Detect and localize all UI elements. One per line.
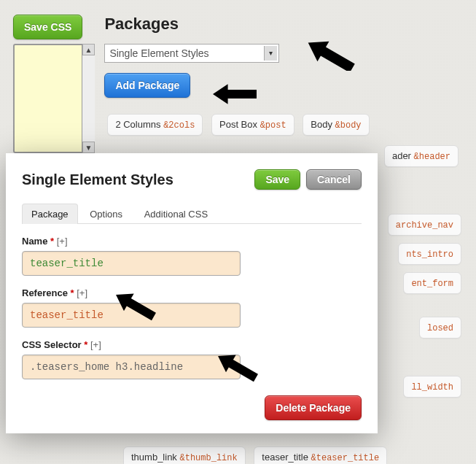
tag-label: 2 Columns [115,119,160,130]
chevron-down-icon: ▾ [264,46,277,61]
tag-closed[interactable]: losed [419,317,461,339]
tag-post-box[interactable]: Post Box &post [211,114,294,136]
css-editor-panel[interactable]: ▲ ▼ [13,44,95,153]
tag-ref: losed [427,323,453,333]
required-mark: * [71,287,74,298]
scroll-up-icon[interactable]: ▲ [82,44,95,55]
tag-ents-intro[interactable]: nts_intro [398,243,461,265]
package-tags-row: 2 Columns &2cols Post Box &post Body &bo… [104,111,463,139]
tag-label: teaser_title [262,452,308,463]
name-label: Name * [+] [22,236,362,247]
tab-additional-css[interactable]: Additional CSS [135,204,217,224]
tag-ref: &thumb_link [180,453,238,463]
scrollbar[interactable]: ▲ ▼ [82,44,95,153]
package-editor-dialog: Single Element Styles Save Cancel Packag… [6,153,378,433]
tag-body[interactable]: Body &body [303,114,369,136]
scroll-down-icon[interactable]: ▼ [82,142,95,153]
required-mark: * [84,339,87,350]
tag-ref: nts_intro [406,250,453,260]
tag-ref: ll_width [411,382,453,393]
tag-ref: &teaser_title [311,453,380,463]
tag-ref: &header [414,152,450,162]
tag-ref: ent_form [411,279,453,289]
tag-2-columns[interactable]: 2 Columns &2cols [107,114,203,136]
save-button[interactable]: Save [254,169,300,190]
label-text: CSS Selector [22,339,82,350]
page-title: Packages [104,15,463,34]
tag-ref: archive_nav [396,220,453,231]
tag-full-width[interactable]: ll_width [403,376,461,398]
label-text: Reference [22,287,68,298]
tag-ref: &body [335,120,362,131]
tag-ref: &2cols [163,120,195,131]
plus-icon[interactable]: [+] [57,236,68,247]
css-selector-field[interactable] [22,355,241,379]
css-selector-label: CSS Selector * [+] [22,339,362,350]
right-partial-tags: archive_nav nts_intro ent_form losed ll_… [388,210,461,401]
tag-teaser-title[interactable]: teaser_title &teaser_title [254,446,387,464]
tag-archive-nav[interactable]: archive_nav [388,214,461,236]
dialog-tabs: Package Options Additional CSS [22,203,362,224]
name-field[interactable] [22,251,241,276]
tag-label: Post Box [219,119,257,130]
cancel-button[interactable]: Cancel [306,169,362,190]
tag-label: Body [311,119,332,130]
tag-thumb-link[interactable]: thumb_link &thumb_link [123,446,246,464]
tab-package[interactable]: Package [22,204,78,224]
tag-header-partial[interactable]: ader &header [384,145,459,167]
label-text: Name [22,236,47,247]
reference-label: Reference * [+] [22,287,362,298]
tag-label: thumb_link [131,452,177,463]
reference-field[interactable] [22,303,241,328]
plus-icon[interactable]: [+] [90,339,101,350]
tag-ent-form[interactable]: ent_form [403,272,461,294]
tag-label: ader [392,150,411,161]
bottom-tags: thumb_link &thumb_link teaser_title &tea… [120,444,390,464]
tab-options[interactable]: Options [80,204,132,224]
plus-icon[interactable]: [+] [77,287,87,298]
tag-ref: &post [260,120,286,131]
dialog-title: Single Element Styles [22,171,254,188]
delete-package-button[interactable]: Delete Package [265,395,362,420]
required-mark: * [50,236,54,247]
save-css-button[interactable]: Save CSS [13,15,82,39]
package-type-selected: Single Element Styles [109,47,208,59]
package-type-select[interactable]: Single Element Styles ▾ [104,44,279,63]
add-package-button[interactable]: Add Package [104,73,190,98]
